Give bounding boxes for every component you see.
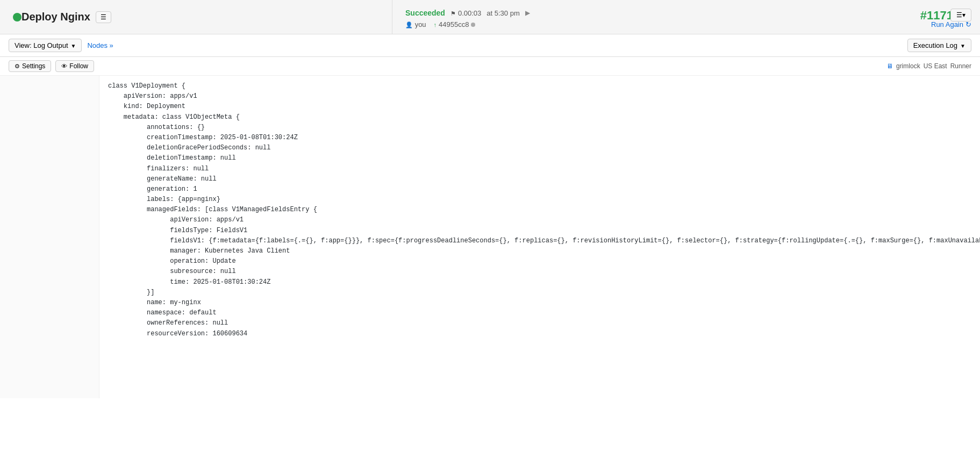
view-log-label: View: Log Output [15,41,68,49]
status-dot [13,13,22,21]
runner-computer-icon: 🖥 [886,62,893,70]
follow-label: Follow [69,62,88,70]
run-again-label: Run Again [931,20,963,28]
follow-button[interactable]: Follow [55,60,94,72]
flag-icon [450,9,456,17]
forward-arrow-icon: ▶ [525,9,530,17]
meta-row: you 44955cc8 [405,20,967,28]
runner-type: Runner [950,62,971,70]
commit-arrow-icon [434,20,437,28]
person-icon [405,20,413,28]
gear-icon [15,62,20,70]
header-left: Deploy Nginx ☰ [0,0,392,34]
log-area: class V1Deployment { apiVersion: apps/v1… [0,76,980,398]
header-menu-button[interactable]: ☰▾ [950,9,971,21]
settings-label: Settings [22,62,45,70]
view-log-output-button[interactable]: View: Log Output [9,39,82,52]
nodes-link[interactable]: Nodes » [87,41,113,49]
pipeline-name: Deploy Nginx [22,11,90,23]
toolbar: View: Log Output Nodes » Execution Log [0,34,980,57]
pipeline-title: Deploy Nginx ☰ [22,11,111,23]
run-again-link[interactable]: Run Again [931,20,971,28]
runner-info: 🖥 grimlock US East Runner [886,62,971,70]
log-content: class V1Deployment { apiVersion: apps/v1… [99,76,980,398]
log-sidebar [0,76,99,398]
duration-value: 0.00:03 [458,9,481,17]
commit-hash: 44955cc8 [434,20,476,28]
refresh-icon [965,20,971,28]
eye-icon [61,62,67,70]
duration: 0.00:03 [450,9,481,17]
header-right: Succeeded 0.00:03 at 5:30 pm ▶ you 44955… [392,0,980,34]
header: Deploy Nginx ☰ Succeeded 0.00:03 at 5:30… [0,0,980,34]
view-chevron-icon [71,41,76,49]
pipeline-menu-button[interactable]: ☰ [96,11,111,23]
runner-region: US East [924,62,947,70]
at-time: at 5:30 pm [487,9,519,17]
status-badge: Succeeded [405,9,445,17]
action-bar: Settings Follow 🖥 grimlock US East Runne… [0,57,980,76]
commit-value: 44955cc8 [439,20,469,28]
execution-log-button[interactable]: Execution Log [907,39,971,52]
username: you [415,20,426,28]
toolbar-left: View: Log Output Nodes » [9,39,113,52]
gray-dot [471,23,475,27]
execution-log-label: Execution Log [913,41,957,49]
user-info: you [405,20,426,28]
settings-button[interactable]: Settings [9,60,51,72]
status-row: Succeeded 0.00:03 at 5:30 pm ▶ [405,9,967,17]
execution-log-chevron-icon [960,41,965,49]
runner-name: grimlock [896,62,920,70]
